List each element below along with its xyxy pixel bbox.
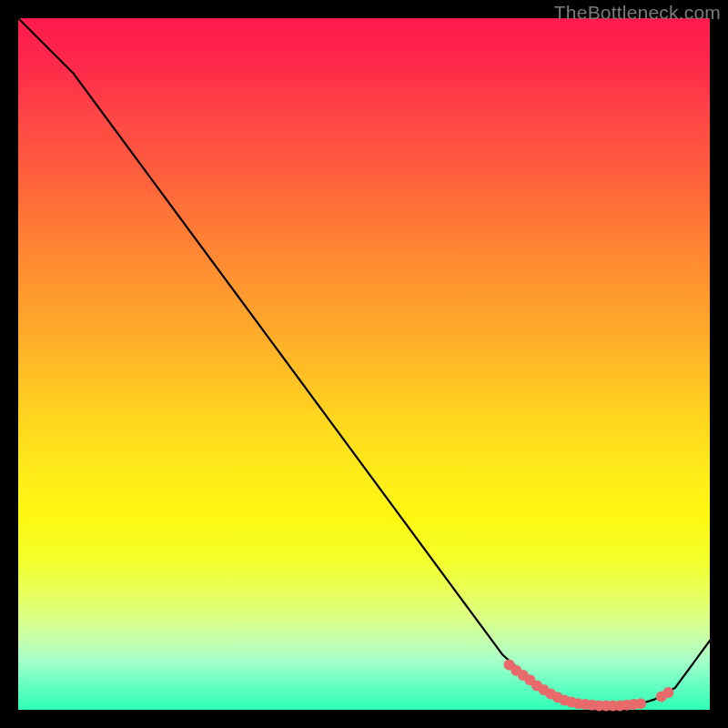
chart-svg — [18, 18, 710, 710]
watermark-text: TheBottleneck.com — [554, 2, 721, 24]
curve-marker — [662, 687, 673, 698]
bottleneck-curve — [18, 18, 710, 705]
curve-marker — [635, 698, 646, 709]
chart-plot-area — [18, 18, 710, 710]
curve-markers — [504, 660, 674, 712]
chart-frame: TheBottleneck.com — [0, 0, 728, 728]
